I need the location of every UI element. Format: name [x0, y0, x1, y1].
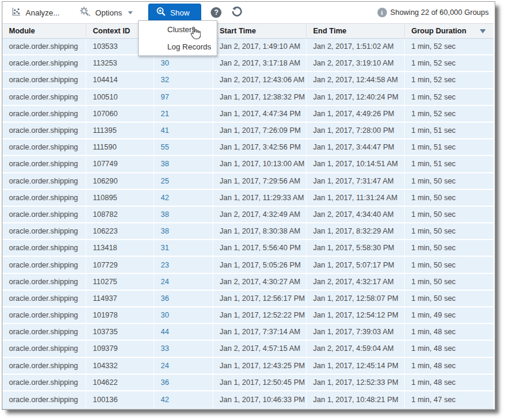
cell-start-time: Jan 1, 2017, 3:42:56 PM	[213, 139, 306, 155]
cell-start-time: Jan 1, 2017, 12:50:45 PM	[213, 375, 306, 390]
cell-group-duration: 1 min, 51 sec	[404, 156, 493, 172]
cell-count-link[interactable]: 42	[154, 391, 213, 408]
menu-item-clusters[interactable]: Clusters	[139, 21, 217, 38]
table-row[interactable]: oracle.order.shipping 103735 44 Jan 1, 2…	[2, 324, 493, 341]
cell-module: oracle.order.shipping	[2, 274, 86, 290]
table-row[interactable]: oracle.order.shipping 110275 24 Jan 2, 2…	[2, 274, 493, 291]
cell-end-time: Jan 1, 2017, 7:39:03 AM	[306, 324, 404, 340]
cell-end-time: Jan 1, 2017, 8:32:29 AM	[306, 223, 404, 239]
sort-descending-icon[interactable]	[480, 29, 486, 33]
cell-group-duration: 1 min, 50 sec	[404, 190, 493, 206]
cell-start-time: Jan 2, 2017, 4:30:27 AM	[213, 274, 306, 290]
cell-module: oracle.order.shipping	[2, 156, 86, 172]
cell-end-time: Jan 1, 2017, 7:28:00 PM	[306, 123, 404, 138]
table-row[interactable]: oracle.order.shipping 104414 32 Jan 2, 2…	[2, 72, 493, 89]
cell-count-link[interactable]: 97	[154, 89, 213, 105]
analyze-label: Analyze...	[26, 8, 60, 17]
cell-context-id: 106223	[86, 223, 154, 239]
magnifier-plus-icon	[156, 7, 166, 18]
table-row[interactable]: oracle.order.shipping 109379 33 Jan 2, 2…	[2, 341, 493, 357]
table-row[interactable]: oracle.order.shipping 111395 41 Jan 1, 2…	[2, 123, 493, 139]
cell-count-link[interactable]: 36	[154, 291, 213, 306]
cell-context-id: 104332	[86, 358, 154, 374]
cell-count-link[interactable]: 32	[154, 72, 213, 88]
cell-count-link[interactable]: 23	[154, 257, 213, 272]
refresh-button[interactable]	[230, 6, 243, 20]
cell-context-id: 104414	[86, 72, 154, 88]
cell-count-link[interactable]: 38	[154, 223, 213, 239]
cell-count-link[interactable]: 38	[154, 207, 213, 222]
column-header-end-time[interactable]: End Time	[306, 24, 404, 38]
cell-module: oracle.order.shipping	[2, 358, 86, 374]
table-row[interactable]: oracle.order.shipping 103533 Jan 2, 2017…	[2, 39, 493, 55]
menu-item-log-records[interactable]: Log Records	[139, 38, 217, 55]
table-row[interactable]: oracle.order.shipping 107060 21 Jan 1, 2…	[2, 106, 493, 123]
status-summary: i Showing 22 of 60,000 Groups	[377, 8, 489, 17]
cell-count-link[interactable]: 24	[154, 358, 213, 374]
cell-count-link[interactable]: 30	[154, 55, 213, 71]
cell-count-link[interactable]: 30	[154, 307, 213, 323]
column-header-start-time[interactable]: Start Time	[213, 24, 306, 38]
cell-context-id: 101978	[86, 307, 154, 323]
cell-count-link[interactable]: 33	[154, 341, 213, 356]
cell-count-link[interactable]: 25	[154, 173, 213, 189]
cell-module: oracle.order.shipping	[2, 375, 86, 390]
help-button[interactable]: ?	[211, 7, 221, 18]
cell-module: oracle.order.shipping	[2, 324, 86, 340]
column-header-module[interactable]: Module	[2, 24, 86, 38]
table-row[interactable]: oracle.order.shipping 106223 38 Jan 1, 2…	[2, 223, 493, 240]
table-row[interactable]: oracle.order.shipping 110895 42 Jan 1, 2…	[2, 190, 493, 207]
table-row[interactable]: oracle.order.shipping 104622 36 Jan 1, 2…	[2, 375, 493, 391]
cell-end-time: Jan 1, 2017, 10:14:51 AM	[306, 156, 404, 172]
help-icon: ?	[211, 7, 221, 18]
table-row[interactable]: oracle.order.shipping 113418 31 Jan 1, 2…	[2, 240, 493, 257]
cell-end-time: Jan 1, 2017, 10:48:21 PM	[306, 391, 404, 408]
cell-count-link[interactable]: 38	[154, 156, 213, 172]
table-row[interactable]: oracle.order.shipping 107729 23 Jan 1, 2…	[2, 257, 493, 273]
table-row[interactable]: oracle.order.shipping 101978 30 Jan 1, 2…	[2, 307, 493, 324]
table-row[interactable]: oracle.order.shipping 114937 36 Jan 1, 2…	[2, 291, 493, 307]
cell-count-link[interactable]: 55	[154, 139, 213, 155]
column-header-group-duration[interactable]: Group Duration	[404, 24, 493, 38]
cell-group-duration: 1 min, 52 sec	[404, 106, 493, 122]
table-row[interactable]: oracle.order.shipping 106290 25 Jan 1, 2…	[2, 173, 493, 190]
cell-group-duration: 1 min, 50 sec	[404, 223, 493, 239]
cell-count-link[interactable]: 44	[154, 324, 213, 340]
cell-module: oracle.order.shipping	[2, 307, 86, 323]
cell-end-time: Jan 1, 2017, 12:40:24 PM	[306, 89, 404, 105]
table-header-row: Module Context ID Start Time End Time Gr…	[2, 23, 493, 39]
table-row[interactable]: oracle.order.shipping 111590 55 Jan 1, 2…	[2, 139, 493, 156]
cell-start-time: Jan 1, 2017, 7:37:14 AM	[213, 324, 306, 340]
cell-group-duration: 1 min, 48 sec	[404, 324, 493, 340]
cell-count-link[interactable]: 21	[154, 106, 213, 122]
cell-group-duration: 1 min, 50 sec	[404, 291, 493, 306]
cell-count-link[interactable]: 36	[154, 375, 213, 390]
table-body: oracle.order.shipping 103533 Jan 2, 2017…	[2, 39, 493, 409]
table-row[interactable]: oracle.order.shipping 100136 42 Jan 1, 2…	[2, 391, 493, 408]
table-row[interactable]: oracle.order.shipping 107749 38 Jan 1, 2…	[2, 156, 493, 173]
toolbar: Analyze... Options	[2, 2, 495, 23]
table-row[interactable]: oracle.order.shipping 113253 30 Jan 2, 2…	[2, 55, 493, 72]
cell-count-link[interactable]: 41	[154, 123, 213, 138]
cell-start-time: Jan 1, 2017, 11:29:33 AM	[213, 190, 306, 206]
cell-context-id: 100136	[86, 391, 154, 408]
cell-count-link[interactable]: 42	[154, 190, 213, 206]
cell-start-time: Jan 1, 2017, 12:56:17 PM	[213, 291, 306, 306]
analyze-button[interactable]: Analyze...	[11, 7, 60, 19]
table-row[interactable]: oracle.order.shipping 100510 97 Jan 1, 2…	[2, 89, 493, 106]
cell-group-duration: 1 min, 49 sec	[404, 307, 493, 323]
cell-group-duration: 1 min, 52 sec	[404, 72, 493, 88]
cell-count-link[interactable]: 24	[154, 274, 213, 290]
show-button[interactable]: Show	[148, 4, 202, 21]
info-icon: i	[377, 8, 387, 17]
cell-context-id: 106290	[86, 173, 154, 189]
options-label: Options	[95, 8, 122, 17]
cell-module: oracle.order.shipping	[2, 190, 86, 206]
table-row[interactable]: oracle.order.shipping 104332 24 Jan 1, 2…	[2, 358, 493, 375]
cell-module: oracle.order.shipping	[2, 106, 86, 122]
show-label: Show	[170, 8, 190, 17]
options-button[interactable]: Options	[79, 6, 133, 19]
cell-group-duration: 1 min, 50 sec	[404, 257, 493, 272]
cell-count-link[interactable]: 31	[154, 240, 213, 256]
table-row[interactable]: oracle.order.shipping 108782 38 Jan 2, 2…	[2, 207, 493, 223]
